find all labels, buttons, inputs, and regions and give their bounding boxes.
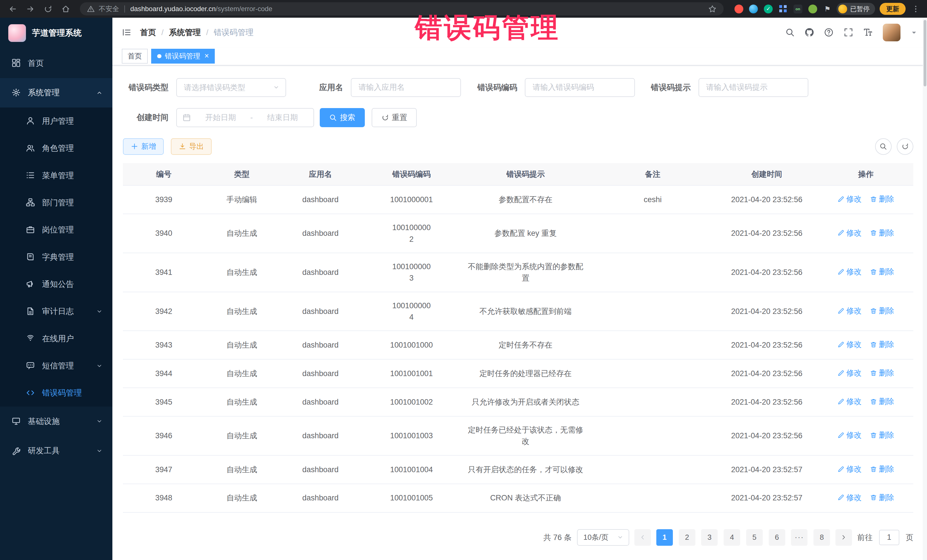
export-button[interactable]: 导出 — [171, 138, 212, 155]
view-tab[interactable]: 首页 — [122, 49, 148, 64]
edit-link[interactable]: 修改 — [837, 492, 862, 503]
sidebar-item[interactable]: 首页 — [0, 49, 112, 78]
edit-link[interactable]: 修改 — [837, 429, 862, 441]
sidebar-item[interactable]: 在线用户 — [0, 325, 112, 352]
github-icon[interactable] — [805, 28, 814, 37]
flag-extension-icon[interactable]: ⚑ — [823, 5, 832, 14]
delete-link[interactable]: 删除 — [870, 396, 894, 407]
red-circle-extension-icon[interactable] — [734, 5, 743, 14]
browser-forward-icon[interactable] — [26, 5, 35, 14]
page-scrollbar[interactable] — [923, 18, 927, 560]
delete-link[interactable]: 删除 — [870, 429, 894, 441]
edit-icon — [837, 432, 845, 439]
edit-link[interactable]: 修改 — [837, 463, 862, 475]
edit-link[interactable]: 修改 — [837, 227, 862, 239]
caret-down-icon[interactable] — [910, 29, 918, 36]
page-size-select[interactable]: 10条/页 — [577, 529, 629, 546]
page-number-button[interactable]: 6 — [769, 529, 785, 546]
close-tab-icon[interactable]: × — [205, 52, 209, 60]
cell-code: 1001000001 — [362, 185, 461, 214]
edit-link[interactable]: 修改 — [837, 396, 862, 407]
more-pages-button[interactable]: ··· — [791, 529, 807, 546]
edit-link[interactable]: 修改 — [837, 339, 862, 350]
droplet-extension-icon[interactable] — [749, 5, 758, 14]
bookmark-star-icon[interactable] — [708, 5, 716, 13]
browser-back-icon[interactable] — [8, 5, 17, 14]
org-tree-icon — [26, 198, 35, 207]
sidebar-item[interactable]: 字典管理 — [0, 243, 112, 270]
sidebar-item[interactable]: 岗位管理 — [0, 216, 112, 243]
page-number-button[interactable]: 3 — [701, 529, 718, 546]
delete-link[interactable]: 删除 — [870, 193, 894, 205]
green-circle-extension-icon[interactable] — [808, 5, 817, 14]
sidebar-item[interactable]: 角色管理 — [0, 135, 112, 162]
grid-extension-icon[interactable] — [779, 5, 787, 14]
edit-icon — [837, 196, 845, 203]
delete-link[interactable]: 删除 — [870, 227, 894, 239]
goto-page-input[interactable] — [879, 530, 899, 545]
delete-link[interactable]: 删除 — [870, 305, 894, 317]
delete-link[interactable]: 删除 — [870, 367, 894, 379]
page-number-button[interactable]: 5 — [746, 529, 763, 546]
sidebar-item[interactable]: 错误码管理 — [0, 379, 112, 407]
sidebar-item[interactable]: 研发工具 — [0, 436, 112, 466]
dashboard-icon — [12, 58, 21, 68]
sidebar-item[interactable]: 系统管理 — [0, 78, 112, 108]
page-number-button[interactable]: 4 — [723, 529, 740, 546]
paused-extension-pill[interactable]: 已暂停 — [837, 3, 875, 15]
edit-link[interactable]: 修改 — [837, 266, 862, 278]
breadcrumb-item[interactable]: 首页 — [140, 27, 156, 38]
check-extension-icon[interactable]: ✓ — [764, 5, 773, 14]
prev-page-button[interactable] — [634, 529, 651, 546]
sidebar-item[interactable]: 短信管理 — [0, 352, 112, 379]
refresh-table-button[interactable] — [897, 138, 913, 155]
browser-home-icon[interactable] — [61, 5, 70, 14]
browser-update-button[interactable]: 更新 — [880, 3, 906, 15]
sidebar-item[interactable]: 部门管理 — [0, 189, 112, 216]
next-page-button[interactable] — [836, 529, 852, 546]
sidebar-item[interactable]: 用户管理 — [0, 108, 112, 135]
error-code-input[interactable] — [525, 78, 635, 97]
delete-link[interactable]: 删除 — [870, 339, 894, 350]
gear-icon — [12, 88, 21, 97]
page-number-button[interactable]: 1 — [656, 529, 673, 546]
search-button[interactable]: 搜索 — [320, 108, 365, 127]
search-icon[interactable] — [785, 28, 795, 37]
reset-button[interactable]: 重置 — [372, 108, 416, 127]
app-logo[interactable]: 芋道管理系统 — [0, 18, 112, 49]
font-size-icon[interactable] — [863, 28, 872, 37]
page-number-button[interactable]: 2 — [679, 529, 695, 546]
sidebar-item[interactable]: 审计日志 — [0, 298, 112, 325]
edit-link[interactable]: 修改 — [837, 305, 862, 317]
view-tab[interactable]: 错误码管理× — [151, 49, 215, 64]
add-button[interactable]: 新增 — [123, 138, 164, 155]
error-type-select[interactable]: 请选择错误码类型 — [176, 78, 286, 97]
delete-link[interactable]: 删除 — [870, 492, 894, 503]
breadcrumb-item[interactable]: 系统管理 — [169, 27, 201, 38]
page-number-button[interactable]: 8 — [813, 529, 830, 546]
app-name-input[interactable] — [351, 78, 461, 97]
scrollbar-thumb[interactable] — [924, 20, 926, 86]
sidebar-item[interactable]: 通知公告 — [0, 270, 112, 298]
url-bar[interactable]: 不安全 dashboard.yudao.iocoder.cn/system/er… — [80, 2, 724, 15]
toggle-search-button[interactable] — [875, 138, 892, 155]
fullscreen-icon[interactable] — [844, 28, 853, 37]
error-hint-input[interactable] — [699, 78, 808, 97]
sidebar-toggle-icon[interactable] — [122, 28, 131, 37]
edit-link[interactable]: 修改 — [837, 193, 862, 205]
create-time-range-picker[interactable]: 开始日期 - 结束日期 — [176, 108, 314, 127]
edit-link[interactable]: 修改 — [837, 367, 862, 379]
help-icon[interactable] — [824, 28, 833, 37]
sidebar-item[interactable]: 基础设施 — [0, 407, 112, 436]
sidebar-item[interactable]: 菜单管理 — [0, 162, 112, 189]
on-badge-extension-icon[interactable]: on — [793, 5, 802, 14]
delete-link[interactable]: 删除 — [870, 266, 894, 278]
browser-menu-icon[interactable] — [909, 5, 922, 13]
breadcrumb-separator: / — [161, 28, 164, 37]
delete-link[interactable]: 删除 — [870, 463, 894, 475]
user-avatar[interactable] — [883, 24, 900, 41]
cell-type: 自动生成 — [205, 388, 279, 416]
browser-reload-icon[interactable] — [44, 5, 53, 14]
cell-id: 3947 — [123, 455, 205, 484]
cell-time: 2021-04-20 23:52:56 — [715, 388, 818, 416]
